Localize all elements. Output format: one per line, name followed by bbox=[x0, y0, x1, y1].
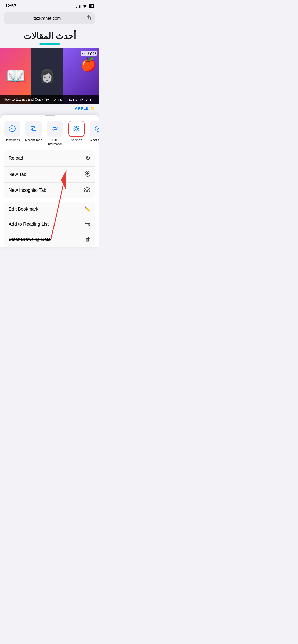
menu-item-new-tab[interactable]: New Tab bbox=[4, 167, 95, 183]
carousel-caption: How to Extract and Copy Text from an Ima… bbox=[0, 95, 99, 104]
site-information-label: SiteInformation bbox=[47, 138, 63, 146]
settings-icon-box[interactable] bbox=[68, 121, 85, 137]
quick-action-recent-tabs[interactable]: Recent Tabs bbox=[23, 121, 44, 146]
svg-point-12 bbox=[84, 190, 87, 192]
quick-action-whats-new[interactable]: What's New bbox=[88, 121, 99, 146]
status-time: 12:57 bbox=[5, 4, 16, 9]
menu-item-incognito[interactable]: New Incognito Tab bbox=[4, 183, 95, 198]
wifi-icon bbox=[83, 4, 87, 8]
incognito-icon bbox=[84, 187, 91, 194]
edit-bookmark-label: Edit Bookmark bbox=[9, 207, 38, 212]
battery-icon: 80 bbox=[89, 4, 94, 8]
bottom-sheet: Downloads Recent Tabs Site bbox=[0, 115, 99, 247]
url-text: tazkranet.com bbox=[8, 16, 86, 21]
clear-browsing-label: Clear Browsing Data bbox=[9, 237, 51, 242]
downloads-label: Downloads bbox=[5, 138, 20, 142]
status-bar: 12:57 80 bbox=[0, 0, 99, 11]
apple-tag-row: APPLE 📁 bbox=[0, 104, 99, 113]
reload-icon: ↻ bbox=[85, 154, 91, 162]
menu-item-add-reading-list[interactable]: Add to Reading List bbox=[4, 216, 95, 232]
signal-icon bbox=[76, 4, 81, 8]
title-underline bbox=[39, 43, 60, 45]
url-bar-wrap: tazkranet.com bbox=[0, 11, 99, 26]
status-icons: 80 bbox=[76, 4, 94, 8]
menu-item-reload[interactable]: Reload ↻ bbox=[4, 150, 95, 167]
menu-item-edit-bookmark[interactable]: Edit Bookmark ✏️ bbox=[4, 202, 95, 216]
incognito-label: New Incognito Tab bbox=[9, 188, 46, 193]
image-carousel[interactable]: 📖 👩 تذكرة نت 🍎 How to Extract and Copy T… bbox=[0, 48, 99, 104]
whats-new-icon-box[interactable] bbox=[90, 121, 99, 137]
whats-new-label: What's New bbox=[90, 138, 99, 142]
quick-action-downloads[interactable]: Downloads bbox=[2, 121, 22, 146]
reading-list-icon bbox=[84, 221, 91, 228]
svg-rect-3 bbox=[33, 128, 36, 131]
site-title: أحدث المقالات bbox=[0, 28, 99, 42]
quick-action-site-information[interactable]: SiteInformation bbox=[45, 121, 65, 146]
website-content: أحدث المقالات 📖 👩 تذكرة نت 🍎 How to Extr… bbox=[0, 26, 99, 113]
svg-point-13 bbox=[87, 190, 90, 192]
quick-action-settings[interactable]: Settings bbox=[66, 121, 87, 146]
menu-section-1: Reload ↻ New Tab New Incognito Tab bbox=[4, 150, 95, 198]
new-tab-label: New Tab bbox=[9, 172, 26, 177]
menu-section-2: Edit Bookmark ✏️ Add to Reading List Cle… bbox=[4, 202, 95, 247]
svg-point-6 bbox=[53, 129, 54, 130]
svg-point-8 bbox=[95, 126, 99, 131]
new-tab-icon bbox=[85, 171, 91, 178]
site-info-icon-box[interactable] bbox=[47, 121, 63, 137]
edit-icon: ✏️ bbox=[84, 206, 91, 212]
recent-tabs-icon-box[interactable] bbox=[25, 121, 42, 137]
reload-label: Reload bbox=[9, 156, 23, 161]
trash-icon: 🗑 bbox=[85, 236, 91, 243]
share-icon[interactable] bbox=[86, 15, 91, 22]
apple-tag: APPLE 📁 bbox=[75, 106, 95, 110]
recent-tabs-label: Recent Tabs bbox=[25, 138, 42, 142]
menu-item-clear-browsing[interactable]: Clear Browsing Data 🗑 bbox=[4, 232, 95, 247]
svg-point-5 bbox=[56, 127, 57, 128]
quick-actions-row: Downloads Recent Tabs Site bbox=[0, 121, 99, 150]
downloads-icon-box[interactable] bbox=[4, 121, 20, 137]
add-reading-list-label: Add to Reading List bbox=[9, 222, 49, 227]
sheet-handle bbox=[45, 115, 55, 116]
settings-label: Settings bbox=[71, 138, 82, 142]
url-bar[interactable]: tazkranet.com bbox=[4, 12, 95, 24]
